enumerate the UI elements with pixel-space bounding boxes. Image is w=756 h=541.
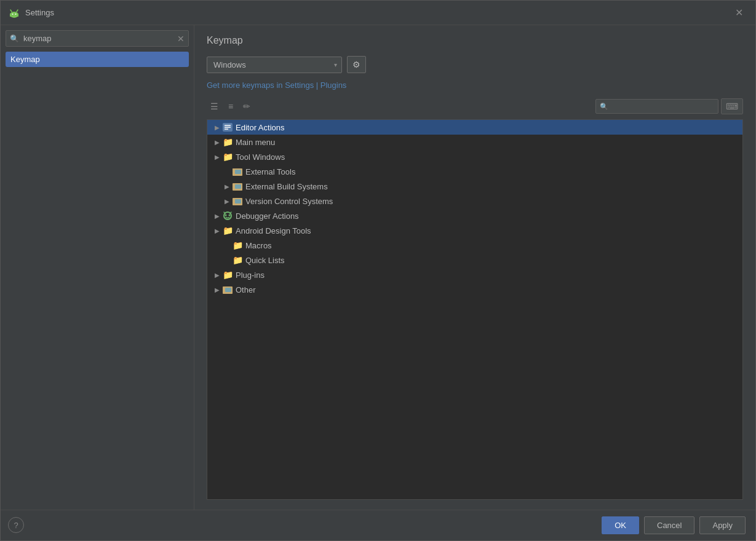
tree-toolbar: ☰ ≡ ✏ 🔍 ⌨	[207, 98, 743, 114]
collapse-all-icon: ≡	[228, 101, 233, 111]
folder-icon: 📁	[232, 255, 243, 265]
svg-rect-1	[10, 14, 18, 17]
window-title: Settings	[25, 8, 730, 17]
tree-item-vcs[interactable]: ▶ Version Control Systems	[207, 194, 742, 208]
tree-item-android-design[interactable]: ▶ 📁 Android Design Tools	[207, 223, 742, 238]
ok-button[interactable]: OK	[602, 516, 639, 534]
tree-item-label: Plug-ins	[236, 270, 265, 280]
tree-item-label: Quick Lists	[245, 256, 285, 265]
chevron-right-icon: ▶	[212, 285, 222, 294]
plugins-link[interactable]: Get more keymaps in Settings | Plugins	[207, 81, 743, 90]
tree-item-editor-actions[interactable]: ▶ Editor Actions	[207, 120, 742, 135]
settings-dialog: Settings ✕ 🔍 ✕ Keymap Keymap Windows	[0, 0, 756, 541]
tree-item-label: Version Control Systems	[245, 197, 333, 206]
tree-item-main-menu[interactable]: ▶ 📁 Main menu	[207, 135, 742, 149]
tree-item-macros[interactable]: ▶ 📁 Macros	[207, 238, 742, 253]
gear-button[interactable]: ⚙	[347, 56, 366, 73]
chevron-right-icon: ▶	[212, 211, 222, 221]
tree-item-debugger[interactable]: ▶ Debugger Actions	[207, 208, 742, 223]
tree-item-quick-lists[interactable]: ▶ 📁 Quick Lists	[207, 253, 742, 267]
folder-icon: 📁	[222, 226, 233, 235]
debugger-icon	[222, 211, 233, 221]
edit-button[interactable]: ✏	[239, 99, 254, 114]
find-icon: ⌨	[726, 101, 738, 111]
chevron-right-icon: ▶	[212, 270, 222, 280]
tree-item-label: Tool Windows	[236, 152, 285, 162]
sidebar-keymap-label: Keymap	[10, 55, 40, 64]
folder-icon: 📁	[222, 137, 233, 147]
chevron-right-icon: ▶	[212, 122, 222, 132]
tree-item-external-tools[interactable]: ▶ External Tools	[207, 164, 742, 179]
folder-icon: 📁	[232, 240, 243, 250]
sidebar-search-input[interactable]	[6, 30, 189, 47]
tree-item-label: Other	[236, 285, 256, 294]
expand-all-button[interactable]: ☰	[207, 99, 222, 114]
android-logo-icon	[8, 7, 20, 19]
svg-line-4	[10, 10, 12, 12]
tree-item-other[interactable]: ▶ Other	[207, 282, 742, 297]
other-icon	[222, 285, 233, 294]
svg-line-23	[230, 212, 231, 213]
svg-rect-18	[235, 199, 241, 203]
expand-all-icon: ☰	[210, 101, 218, 111]
svg-point-3	[15, 14, 17, 15]
sidebar: 🔍 ✕ Keymap	[1, 25, 194, 510]
tree-item-external-build-systems[interactable]: ▶ External Build Systems	[207, 179, 742, 194]
main-content: 🔍 ✕ Keymap Keymap Windows ▾ ⚙	[1, 25, 755, 510]
edit-icon: ✏	[243, 101, 250, 111]
keymap-tree[interactable]: ▶ Editor Actions ▶ 📁 Ma	[207, 119, 743, 500]
tree-item-label: External Tools	[245, 167, 295, 176]
search-icon: 🔍	[10, 34, 19, 43]
tree-search-input[interactable]	[595, 99, 718, 114]
tree-search-icon: 🔍	[600, 103, 608, 111]
sidebar-item-keymap[interactable]: Keymap	[6, 52, 189, 67]
close-button[interactable]: ✕	[730, 4, 748, 21]
search-clear-icon[interactable]: ✕	[177, 34, 185, 44]
footer-bar: OK Cancel Apply	[1, 510, 755, 540]
svg-point-21	[229, 215, 231, 216]
tree-item-label: External Build Systems	[245, 182, 328, 191]
folder-icon: 📁	[222, 152, 233, 162]
svg-line-5	[17, 10, 18, 12]
chevron-right-icon: ▶	[212, 152, 222, 162]
tree-item-plugins[interactable]: ▶ 📁 Plug-ins	[207, 267, 742, 282]
svg-rect-25	[225, 288, 231, 292]
tree-item-label: Editor Actions	[236, 123, 285, 132]
chevron-right-icon: ▶	[222, 196, 232, 206]
tree-item-label: Main menu	[236, 138, 275, 147]
tree-search-wrapper: 🔍	[595, 99, 718, 114]
title-bar: Settings ✕	[1, 1, 755, 25]
svg-rect-14	[235, 170, 241, 174]
find-shortcut-button[interactable]: ⌨	[721, 98, 743, 114]
chevron-right-icon: ▶	[212, 137, 222, 147]
tree-item-label: Macros	[245, 241, 272, 250]
build-systems-icon	[232, 181, 243, 191]
help-button[interactable]: ?	[8, 517, 24, 533]
svg-line-22	[224, 212, 225, 213]
tree-item-label: Android Design Tools	[236, 226, 311, 235]
folder-icon: 📁	[222, 270, 233, 280]
sidebar-search-box: 🔍 ✕	[6, 30, 189, 47]
cancel-button[interactable]: Cancel	[644, 516, 694, 534]
tree-item-label: Debugger Actions	[236, 211, 299, 221]
svg-point-2	[12, 14, 14, 15]
apply-button[interactable]: Apply	[699, 516, 746, 534]
chevron-right-icon: ▶	[222, 181, 232, 191]
page-title: Keymap	[207, 35, 743, 46]
vcs-icon	[232, 196, 243, 206]
keymap-controls: Windows ▾ ⚙	[207, 56, 743, 73]
collapse-all-button[interactable]: ≡	[225, 99, 237, 114]
folder-special-icon	[232, 167, 243, 176]
keymap-dropdown-wrapper: Windows ▾	[207, 57, 342, 73]
editor-actions-icon	[222, 122, 233, 132]
svg-point-20	[225, 215, 227, 216]
svg-rect-16	[235, 184, 241, 189]
keymap-dropdown[interactable]: Windows	[207, 57, 342, 73]
tree-item-tool-windows[interactable]: ▶ 📁 Tool Windows	[207, 149, 742, 164]
right-panel: Keymap Windows ▾ ⚙ Get more keymaps in S…	[194, 25, 755, 510]
chevron-right-icon: ▶	[212, 226, 222, 235]
